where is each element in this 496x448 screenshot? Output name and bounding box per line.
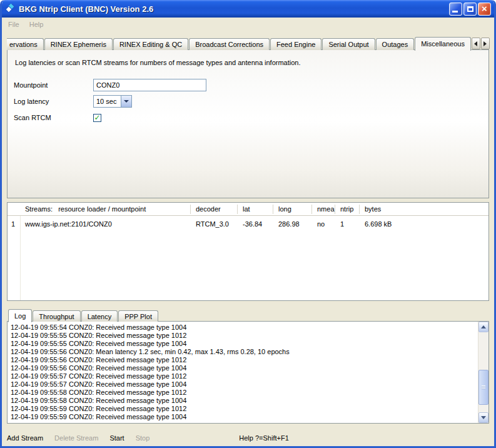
log-line: 12-04-19 09:55:59 CONZ0: Received messag… [11, 413, 475, 421]
tab-scrollers [472, 38, 490, 50]
mountpoint-row: Mountpoint [14, 79, 482, 91]
log-latency-label: Log latency [14, 98, 93, 105]
tab-rinex-ephemeris[interactable]: RINEX Ephemeris [44, 38, 113, 50]
streams-table: Streams: resource loader / mountpoint de… [7, 202, 489, 301]
log-line: 12-04-19 09:55:56 CONZ0: Received messag… [11, 364, 475, 372]
log-line: 12-04-19 09:55:57 CONZ0: Received messag… [11, 380, 475, 389]
stream-row[interactable]: 1 www.igs-ip.net:2101/CONZ0 RTCM_3.0 -36… [8, 216, 488, 232]
scroll-up-button[interactable] [478, 322, 488, 332]
window-title: BKG Ntrip Client (BNC) Version 2.6 [19, 4, 449, 14]
scrollbar-thumb[interactable] [478, 370, 488, 405]
stream-decoder-cell: RTCM_3.0 [191, 220, 238, 228]
scroll-down-button[interactable] [478, 412, 488, 423]
help-shortcut-label: Help ?=Shift+F1 [239, 434, 289, 442]
scan-rtcm-row: Scan RTCM ✓ [14, 111, 482, 124]
statusbar: Add Stream Delete Stream Start Stop Help… [2, 430, 494, 446]
mountpoint-label: Mountpoint [14, 81, 93, 89]
main-content: ervations RINEX Ephemeris RINEX Editing … [2, 31, 494, 430]
titlebar[interactable]: BKG Ntrip Client (BNC) Version 2.6 × [2, 0, 494, 18]
tab-scroll-left-button[interactable] [472, 38, 480, 49]
col-header-ntrip: ntrip [335, 205, 360, 214]
log-line: 12-04-19 09:55:56 CONZ0: Mean latency 1.… [11, 348, 475, 356]
tab-observations[interactable]: ervations [7, 38, 44, 50]
tab-scroll-right-button[interactable] [481, 38, 490, 49]
log-output: 12-04-19 09:55:54 CONZ0: Received messag… [8, 322, 478, 423]
combo-dropdown-button[interactable] [121, 96, 131, 107]
stop-button[interactable]: Stop [136, 434, 150, 442]
tab-log[interactable]: Log [8, 309, 32, 322]
tab-feed-engine[interactable]: Feed Engine [270, 38, 321, 50]
stream-lat-cell: -36.84 [238, 220, 273, 228]
menu-file[interactable]: File [4, 19, 23, 29]
row-header-separator [20, 216, 21, 300]
tab-latency[interactable]: Latency [81, 310, 118, 322]
close-button[interactable]: × [478, 3, 491, 16]
menu-help[interactable]: Help [26, 19, 48, 29]
tab-outages[interactable]: Outages [376, 38, 415, 50]
window-controls: × [449, 3, 491, 16]
scroll-down-icon [481, 416, 486, 419]
stream-bytes-cell: 6.698 kB [360, 220, 488, 228]
log-line: 12-04-19 09:55:55 CONZ0: Received messag… [11, 340, 475, 348]
bottom-tab-widget: Log Throughput Latency PPP Plot 12-04-19… [7, 308, 489, 424]
scan-rtcm-label: Scan RTCM [14, 114, 93, 121]
log-latency-select[interactable]: 10 sec [93, 95, 132, 108]
minimize-icon [452, 11, 458, 13]
log-line: 12-04-19 09:55:57 CONZ0: Received messag… [11, 372, 475, 380]
top-tabbar: ervations RINEX Ephemeris RINEX Editing … [7, 36, 489, 50]
log-latency-value: 10 sec [94, 98, 121, 105]
left-arrow-icon [474, 41, 477, 46]
stream-ntrip-cell: 1 [335, 220, 360, 228]
tab-serial-output[interactable]: Serial Output [322, 38, 375, 50]
log-scrollbar[interactable] [478, 322, 488, 423]
stream-mountpoint-cell: www.igs-ip.net:2101/CONZ0 [20, 220, 191, 228]
scrollbar-track[interactable] [478, 332, 488, 412]
panel-description: Log latencies or scan RTCM streams for n… [15, 59, 482, 66]
mountpoint-input[interactable] [93, 79, 206, 91]
tab-miscellaneous[interactable]: Miscellaneous [415, 37, 471, 51]
streams-table-header: Streams: resource loader / mountpoint de… [8, 203, 488, 216]
tab-throughput[interactable]: Throughput [33, 310, 80, 322]
app-window: BKG Ntrip Client (BNC) Version 2.6 × Fil… [0, 0, 496, 448]
log-pane: 12-04-19 09:55:54 CONZ0: Received messag… [7, 321, 489, 424]
check-icon: ✓ [94, 114, 100, 121]
stream-long-cell: 286.98 [273, 220, 312, 228]
log-line: 12-04-19 09:55:55 CONZ0: Received messag… [11, 332, 475, 340]
log-line: 12-04-19 09:55:58 CONZ0: Received messag… [11, 389, 475, 397]
maximize-button[interactable] [463, 3, 477, 16]
log-line: 12-04-19 09:55:58 CONZ0: Received messag… [11, 397, 475, 405]
col-header-nmea: nmea [312, 205, 335, 214]
maximize-icon [467, 6, 473, 12]
add-stream-button[interactable]: Add Stream [7, 434, 43, 442]
tab-rinex-editing-qc[interactable]: RINEX Editing & QC [113, 38, 188, 50]
right-arrow-icon [483, 41, 487, 46]
log-line: 12-04-19 09:55:59 CONZ0: Received messag… [11, 405, 475, 413]
row-number: 1 [8, 220, 20, 228]
tab-ppp-plot[interactable]: PPP Plot [118, 310, 158, 322]
bottom-tabbar: Log Throughput Latency PPP Plot [7, 308, 489, 322]
app-icon [6, 4, 16, 14]
miscellaneous-panel: Log latencies or scan RTCM streams for n… [7, 49, 489, 198]
stream-nmea-cell: no [312, 220, 335, 228]
scan-rtcm-checkbox[interactable]: ✓ [93, 114, 101, 122]
col-header-bytes: bytes [360, 205, 488, 214]
log-line: 12-04-19 09:55:54 CONZ0: Received messag… [11, 323, 475, 332]
log-latency-row: Log latency 10 sec [14, 95, 482, 108]
col-header-mountpoint: Streams: resource loader / mountpoint [8, 205, 191, 214]
minimize-button[interactable] [449, 3, 462, 16]
log-line: 12-04-19 09:55:56 CONZ0: Received messag… [11, 356, 475, 364]
col-header-lat: lat [238, 205, 273, 214]
col-header-long: long [273, 205, 312, 214]
tab-broadcast-corrections[interactable]: Broadcast Corrections [189, 38, 270, 50]
menubar: File Help [2, 18, 494, 31]
start-button[interactable]: Start [109, 434, 124, 442]
scroll-up-icon [481, 325, 486, 328]
close-icon: × [482, 4, 487, 13]
delete-stream-button[interactable]: Delete Stream [54, 434, 98, 442]
chevron-down-icon [124, 100, 129, 103]
col-header-decoder: decoder [191, 205, 238, 214]
